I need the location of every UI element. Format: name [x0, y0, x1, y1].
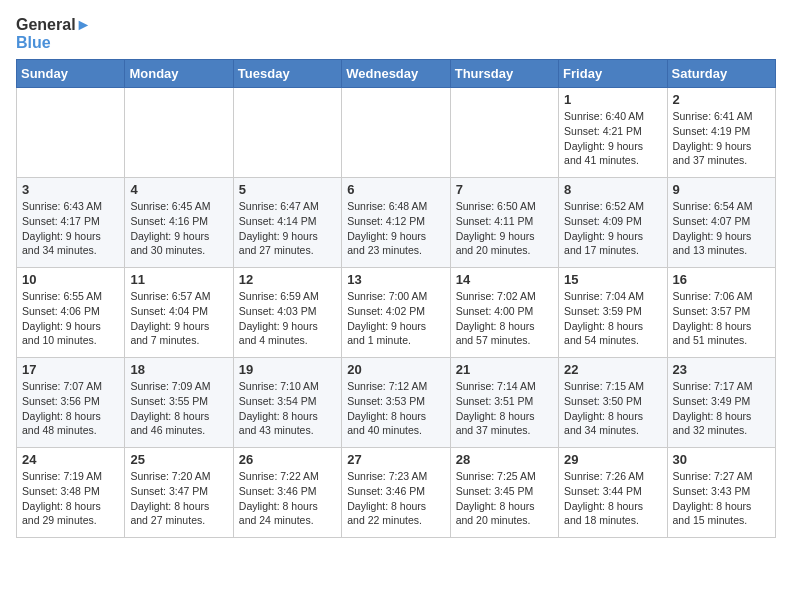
calendar-cell: 6Sunrise: 6:48 AM Sunset: 4:12 PM Daylig… — [342, 178, 450, 268]
day-info: Sunrise: 6:57 AM Sunset: 4:04 PM Dayligh… — [130, 289, 227, 348]
day-info: Sunrise: 6:41 AM Sunset: 4:19 PM Dayligh… — [673, 109, 770, 168]
calendar-table: SundayMondayTuesdayWednesdayThursdayFrid… — [16, 59, 776, 538]
day-number: 12 — [239, 272, 336, 287]
calendar-week-row: 3Sunrise: 6:43 AM Sunset: 4:17 PM Daylig… — [17, 178, 776, 268]
day-number: 15 — [564, 272, 661, 287]
day-info: Sunrise: 6:54 AM Sunset: 4:07 PM Dayligh… — [673, 199, 770, 258]
calendar-cell: 17Sunrise: 7:07 AM Sunset: 3:56 PM Dayli… — [17, 358, 125, 448]
day-number: 3 — [22, 182, 119, 197]
day-number: 20 — [347, 362, 444, 377]
day-of-week-header: Tuesday — [233, 60, 341, 88]
day-number: 13 — [347, 272, 444, 287]
calendar-cell: 19Sunrise: 7:10 AM Sunset: 3:54 PM Dayli… — [233, 358, 341, 448]
calendar-cell: 26Sunrise: 7:22 AM Sunset: 3:46 PM Dayli… — [233, 448, 341, 538]
day-of-week-header: Wednesday — [342, 60, 450, 88]
calendar-cell: 23Sunrise: 7:17 AM Sunset: 3:49 PM Dayli… — [667, 358, 775, 448]
day-info: Sunrise: 7:22 AM Sunset: 3:46 PM Dayligh… — [239, 469, 336, 528]
calendar-cell: 24Sunrise: 7:19 AM Sunset: 3:48 PM Dayli… — [17, 448, 125, 538]
day-info: Sunrise: 6:45 AM Sunset: 4:16 PM Dayligh… — [130, 199, 227, 258]
calendar-week-row: 24Sunrise: 7:19 AM Sunset: 3:48 PM Dayli… — [17, 448, 776, 538]
day-info: Sunrise: 6:47 AM Sunset: 4:14 PM Dayligh… — [239, 199, 336, 258]
day-number: 6 — [347, 182, 444, 197]
calendar-cell: 22Sunrise: 7:15 AM Sunset: 3:50 PM Dayli… — [559, 358, 667, 448]
day-info: Sunrise: 7:02 AM Sunset: 4:00 PM Dayligh… — [456, 289, 553, 348]
day-number: 27 — [347, 452, 444, 467]
day-number: 25 — [130, 452, 227, 467]
day-number: 21 — [456, 362, 553, 377]
day-info: Sunrise: 7:20 AM Sunset: 3:47 PM Dayligh… — [130, 469, 227, 528]
calendar-cell: 10Sunrise: 6:55 AM Sunset: 4:06 PM Dayli… — [17, 268, 125, 358]
day-info: Sunrise: 7:00 AM Sunset: 4:02 PM Dayligh… — [347, 289, 444, 348]
day-number: 4 — [130, 182, 227, 197]
calendar-cell: 21Sunrise: 7:14 AM Sunset: 3:51 PM Dayli… — [450, 358, 558, 448]
calendar-cell: 15Sunrise: 7:04 AM Sunset: 3:59 PM Dayli… — [559, 268, 667, 358]
calendar-header-row: SundayMondayTuesdayWednesdayThursdayFrid… — [17, 60, 776, 88]
day-number: 9 — [673, 182, 770, 197]
day-info: Sunrise: 7:27 AM Sunset: 3:43 PM Dayligh… — [673, 469, 770, 528]
day-info: Sunrise: 6:52 AM Sunset: 4:09 PM Dayligh… — [564, 199, 661, 258]
calendar-cell: 2Sunrise: 6:41 AM Sunset: 4:19 PM Daylig… — [667, 88, 775, 178]
calendar-cell — [342, 88, 450, 178]
calendar-cell: 7Sunrise: 6:50 AM Sunset: 4:11 PM Daylig… — [450, 178, 558, 268]
day-info: Sunrise: 7:26 AM Sunset: 3:44 PM Dayligh… — [564, 469, 661, 528]
day-number: 24 — [22, 452, 119, 467]
calendar-cell: 11Sunrise: 6:57 AM Sunset: 4:04 PM Dayli… — [125, 268, 233, 358]
day-number: 16 — [673, 272, 770, 287]
day-info: Sunrise: 7:04 AM Sunset: 3:59 PM Dayligh… — [564, 289, 661, 348]
calendar-cell: 16Sunrise: 7:06 AM Sunset: 3:57 PM Dayli… — [667, 268, 775, 358]
day-info: Sunrise: 6:50 AM Sunset: 4:11 PM Dayligh… — [456, 199, 553, 258]
day-info: Sunrise: 7:06 AM Sunset: 3:57 PM Dayligh… — [673, 289, 770, 348]
day-info: Sunrise: 7:10 AM Sunset: 3:54 PM Dayligh… — [239, 379, 336, 438]
calendar-cell: 25Sunrise: 7:20 AM Sunset: 3:47 PM Dayli… — [125, 448, 233, 538]
day-number: 30 — [673, 452, 770, 467]
day-of-week-header: Sunday — [17, 60, 125, 88]
day-number: 17 — [22, 362, 119, 377]
day-number: 26 — [239, 452, 336, 467]
day-info: Sunrise: 7:09 AM Sunset: 3:55 PM Dayligh… — [130, 379, 227, 438]
day-info: Sunrise: 6:48 AM Sunset: 4:12 PM Dayligh… — [347, 199, 444, 258]
calendar-cell: 13Sunrise: 7:00 AM Sunset: 4:02 PM Dayli… — [342, 268, 450, 358]
calendar-cell: 18Sunrise: 7:09 AM Sunset: 3:55 PM Dayli… — [125, 358, 233, 448]
calendar-cell: 8Sunrise: 6:52 AM Sunset: 4:09 PM Daylig… — [559, 178, 667, 268]
calendar-cell: 28Sunrise: 7:25 AM Sunset: 3:45 PM Dayli… — [450, 448, 558, 538]
day-number: 18 — [130, 362, 227, 377]
day-number: 23 — [673, 362, 770, 377]
calendar-cell: 14Sunrise: 7:02 AM Sunset: 4:00 PM Dayli… — [450, 268, 558, 358]
calendar-week-row: 1Sunrise: 6:40 AM Sunset: 4:21 PM Daylig… — [17, 88, 776, 178]
calendar-cell — [450, 88, 558, 178]
day-number: 22 — [564, 362, 661, 377]
day-number: 2 — [673, 92, 770, 107]
day-info: Sunrise: 7:15 AM Sunset: 3:50 PM Dayligh… — [564, 379, 661, 438]
logo-text: General► Blue — [16, 16, 91, 51]
day-info: Sunrise: 7:14 AM Sunset: 3:51 PM Dayligh… — [456, 379, 553, 438]
day-number: 5 — [239, 182, 336, 197]
calendar-week-row: 17Sunrise: 7:07 AM Sunset: 3:56 PM Dayli… — [17, 358, 776, 448]
day-info: Sunrise: 7:25 AM Sunset: 3:45 PM Dayligh… — [456, 469, 553, 528]
calendar-cell: 20Sunrise: 7:12 AM Sunset: 3:53 PM Dayli… — [342, 358, 450, 448]
calendar-cell: 12Sunrise: 6:59 AM Sunset: 4:03 PM Dayli… — [233, 268, 341, 358]
day-number: 1 — [564, 92, 661, 107]
day-info: Sunrise: 6:59 AM Sunset: 4:03 PM Dayligh… — [239, 289, 336, 348]
page-header: General► Blue — [16, 16, 776, 51]
calendar-cell: 29Sunrise: 7:26 AM Sunset: 3:44 PM Dayli… — [559, 448, 667, 538]
day-number: 14 — [456, 272, 553, 287]
day-number: 7 — [456, 182, 553, 197]
day-info: Sunrise: 6:55 AM Sunset: 4:06 PM Dayligh… — [22, 289, 119, 348]
calendar-cell: 3Sunrise: 6:43 AM Sunset: 4:17 PM Daylig… — [17, 178, 125, 268]
day-of-week-header: Friday — [559, 60, 667, 88]
day-of-week-header: Thursday — [450, 60, 558, 88]
calendar-cell — [125, 88, 233, 178]
day-info: Sunrise: 7:19 AM Sunset: 3:48 PM Dayligh… — [22, 469, 119, 528]
calendar-cell: 4Sunrise: 6:45 AM Sunset: 4:16 PM Daylig… — [125, 178, 233, 268]
day-info: Sunrise: 7:17 AM Sunset: 3:49 PM Dayligh… — [673, 379, 770, 438]
calendar-cell — [233, 88, 341, 178]
calendar-cell: 9Sunrise: 6:54 AM Sunset: 4:07 PM Daylig… — [667, 178, 775, 268]
calendar-cell — [17, 88, 125, 178]
day-info: Sunrise: 6:43 AM Sunset: 4:17 PM Dayligh… — [22, 199, 119, 258]
day-number: 10 — [22, 272, 119, 287]
logo: General► Blue — [16, 16, 91, 51]
calendar-cell: 1Sunrise: 6:40 AM Sunset: 4:21 PM Daylig… — [559, 88, 667, 178]
calendar-cell: 5Sunrise: 6:47 AM Sunset: 4:14 PM Daylig… — [233, 178, 341, 268]
day-number: 19 — [239, 362, 336, 377]
calendar-cell: 30Sunrise: 7:27 AM Sunset: 3:43 PM Dayli… — [667, 448, 775, 538]
